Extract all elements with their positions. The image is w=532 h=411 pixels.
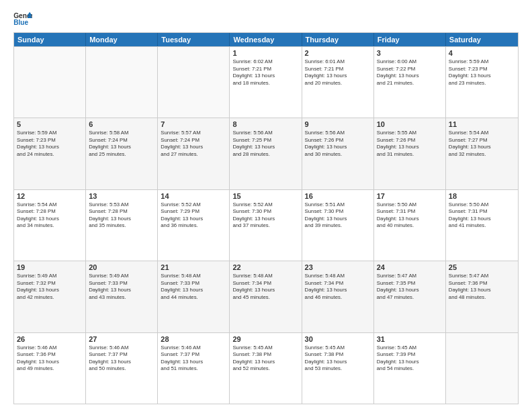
day-cell-11: 11Sunrise: 5:54 AM Sunset: 7:27 PM Dayli…	[446, 118, 518, 189]
day-number: 1	[232, 49, 298, 57]
day-cell-14: 14Sunrise: 5:52 AM Sunset: 7:29 PM Dayli…	[158, 190, 230, 261]
day-number: 24	[377, 263, 443, 271]
day-info: Sunrise: 5:59 AM Sunset: 7:23 PM Dayligh…	[449, 58, 515, 87]
day-number: 21	[161, 263, 226, 271]
day-info: Sunrise: 5:52 AM Sunset: 7:30 PM Dayligh…	[232, 201, 298, 230]
day-cell-21: 21Sunrise: 5:48 AM Sunset: 7:33 PM Dayli…	[158, 261, 230, 332]
day-info: Sunrise: 6:01 AM Sunset: 7:21 PM Dayligh…	[305, 58, 371, 87]
empty-cell	[446, 333, 518, 404]
day-cell-10: 10Sunrise: 5:55 AM Sunset: 7:26 PM Dayli…	[374, 118, 446, 189]
day-cell-27: 27Sunrise: 5:46 AM Sunset: 7:37 PM Dayli…	[86, 333, 158, 404]
day-cell-4: 4Sunrise: 5:59 AM Sunset: 7:23 PM Daylig…	[446, 47, 518, 118]
day-cell-26: 26Sunrise: 5:46 AM Sunset: 7:36 PM Dayli…	[14, 333, 86, 404]
day-cell-5: 5Sunrise: 5:59 AM Sunset: 7:23 PM Daylig…	[14, 118, 86, 189]
day-number: 6	[89, 120, 154, 128]
header-cell-wednesday: Wednesday	[230, 33, 302, 46]
calendar: SundayMondayTuesdayWednesdayThursdayFrid…	[13, 32, 519, 404]
day-cell-16: 16Sunrise: 5:51 AM Sunset: 7:30 PM Dayli…	[302, 190, 374, 261]
calendar-header: SundayMondayTuesdayWednesdayThursdayFrid…	[14, 33, 518, 46]
day-info: Sunrise: 5:56 AM Sunset: 7:25 PM Dayligh…	[232, 130, 298, 158]
day-number: 14	[161, 192, 226, 200]
day-number: 19	[17, 263, 83, 271]
day-cell-29: 29Sunrise: 5:45 AM Sunset: 7:38 PM Dayli…	[230, 333, 302, 404]
day-number: 11	[449, 120, 515, 128]
header-cell-monday: Monday	[86, 33, 158, 46]
day-number: 30	[305, 335, 371, 343]
logo-icon: General Blue	[13, 11, 32, 27]
day-number: 5	[17, 120, 83, 128]
header-cell-saturday: Saturday	[446, 33, 518, 46]
calendar-row-4: 26Sunrise: 5:46 AM Sunset: 7:36 PM Dayli…	[14, 332, 518, 404]
calendar-row-1: 5Sunrise: 5:59 AM Sunset: 7:23 PM Daylig…	[14, 118, 518, 189]
page: General Blue SundayMondayTuesdayWednesda…	[0, 0, 532, 411]
day-info: Sunrise: 5:53 AM Sunset: 7:28 PM Dayligh…	[89, 201, 154, 230]
day-number: 16	[305, 192, 371, 200]
empty-cell	[158, 47, 230, 118]
day-info: Sunrise: 5:57 AM Sunset: 7:24 PM Dayligh…	[161, 130, 226, 158]
calendar-body: 1Sunrise: 6:02 AM Sunset: 7:21 PM Daylig…	[14, 46, 518, 404]
header-cell-tuesday: Tuesday	[158, 33, 230, 46]
day-cell-31: 31Sunrise: 5:45 AM Sunset: 7:39 PM Dayli…	[374, 333, 446, 404]
day-info: Sunrise: 5:45 AM Sunset: 7:38 PM Dayligh…	[232, 345, 298, 373]
day-number: 2	[305, 49, 371, 57]
day-cell-25: 25Sunrise: 5:47 AM Sunset: 7:36 PM Dayli…	[446, 261, 518, 332]
day-number: 18	[449, 192, 515, 200]
day-cell-9: 9Sunrise: 5:56 AM Sunset: 7:26 PM Daylig…	[302, 118, 374, 189]
day-number: 23	[305, 263, 371, 271]
day-number: 3	[377, 49, 443, 57]
day-info: Sunrise: 5:46 AM Sunset: 7:36 PM Dayligh…	[17, 345, 83, 373]
day-info: Sunrise: 5:48 AM Sunset: 7:34 PM Dayligh…	[232, 273, 298, 301]
day-info: Sunrise: 5:45 AM Sunset: 7:38 PM Dayligh…	[305, 345, 371, 373]
empty-cell	[86, 47, 158, 118]
day-number: 26	[17, 335, 83, 343]
day-info: Sunrise: 5:54 AM Sunset: 7:28 PM Dayligh…	[17, 201, 83, 230]
day-info: Sunrise: 5:50 AM Sunset: 7:31 PM Dayligh…	[377, 201, 443, 230]
day-info: Sunrise: 5:54 AM Sunset: 7:27 PM Dayligh…	[449, 130, 515, 158]
day-cell-7: 7Sunrise: 5:57 AM Sunset: 7:24 PM Daylig…	[158, 118, 230, 189]
day-cell-3: 3Sunrise: 6:00 AM Sunset: 7:22 PM Daylig…	[374, 47, 446, 118]
day-info: Sunrise: 5:52 AM Sunset: 7:29 PM Dayligh…	[161, 201, 226, 230]
calendar-row-2: 12Sunrise: 5:54 AM Sunset: 7:28 PM Dayli…	[14, 189, 518, 261]
day-info: Sunrise: 5:49 AM Sunset: 7:33 PM Dayligh…	[89, 273, 154, 301]
day-cell-6: 6Sunrise: 5:58 AM Sunset: 7:24 PM Daylig…	[86, 118, 158, 189]
day-number: 15	[232, 192, 298, 200]
day-cell-18: 18Sunrise: 5:50 AM Sunset: 7:31 PM Dayli…	[446, 190, 518, 261]
header-cell-thursday: Thursday	[302, 33, 374, 46]
day-info: Sunrise: 5:45 AM Sunset: 7:39 PM Dayligh…	[377, 345, 443, 373]
day-number: 4	[449, 49, 515, 57]
day-number: 25	[449, 263, 515, 271]
day-cell-24: 24Sunrise: 5:47 AM Sunset: 7:35 PM Dayli…	[374, 261, 446, 332]
day-cell-1: 1Sunrise: 6:02 AM Sunset: 7:21 PM Daylig…	[230, 47, 302, 118]
day-info: Sunrise: 5:58 AM Sunset: 7:24 PM Dayligh…	[89, 130, 154, 158]
day-info: Sunrise: 5:50 AM Sunset: 7:31 PM Dayligh…	[449, 201, 515, 230]
header-cell-friday: Friday	[374, 33, 446, 46]
day-cell-28: 28Sunrise: 5:46 AM Sunset: 7:37 PM Dayli…	[158, 333, 230, 404]
day-cell-2: 2Sunrise: 6:01 AM Sunset: 7:21 PM Daylig…	[302, 47, 374, 118]
day-number: 22	[232, 263, 298, 271]
day-cell-20: 20Sunrise: 5:49 AM Sunset: 7:33 PM Dayli…	[86, 261, 158, 332]
header: General Blue	[13, 11, 519, 27]
day-number: 29	[232, 335, 298, 343]
day-info: Sunrise: 5:46 AM Sunset: 7:37 PM Dayligh…	[161, 345, 226, 373]
day-info: Sunrise: 5:47 AM Sunset: 7:36 PM Dayligh…	[449, 273, 515, 301]
day-cell-13: 13Sunrise: 5:53 AM Sunset: 7:28 PM Dayli…	[86, 190, 158, 261]
day-info: Sunrise: 6:02 AM Sunset: 7:21 PM Dayligh…	[232, 58, 298, 87]
day-cell-30: 30Sunrise: 5:45 AM Sunset: 7:38 PM Dayli…	[302, 333, 374, 404]
day-info: Sunrise: 5:48 AM Sunset: 7:34 PM Dayligh…	[305, 273, 371, 301]
day-info: Sunrise: 5:47 AM Sunset: 7:35 PM Dayligh…	[377, 273, 443, 301]
day-info: Sunrise: 5:55 AM Sunset: 7:26 PM Dayligh…	[377, 130, 443, 158]
day-number: 9	[305, 120, 371, 128]
day-number: 7	[161, 120, 226, 128]
day-cell-23: 23Sunrise: 5:48 AM Sunset: 7:34 PM Dayli…	[302, 261, 374, 332]
day-number: 10	[377, 120, 443, 128]
day-number: 31	[377, 335, 443, 343]
day-info: Sunrise: 5:51 AM Sunset: 7:30 PM Dayligh…	[305, 201, 371, 230]
svg-text:Blue: Blue	[13, 19, 28, 26]
day-number: 17	[377, 192, 443, 200]
day-info: Sunrise: 6:00 AM Sunset: 7:22 PM Dayligh…	[377, 58, 443, 87]
calendar-row-3: 19Sunrise: 5:49 AM Sunset: 7:32 PM Dayli…	[14, 261, 518, 332]
day-number: 27	[89, 335, 154, 343]
day-info: Sunrise: 5:48 AM Sunset: 7:33 PM Dayligh…	[161, 273, 226, 301]
day-number: 8	[232, 120, 298, 128]
day-info: Sunrise: 5:49 AM Sunset: 7:32 PM Dayligh…	[17, 273, 83, 301]
